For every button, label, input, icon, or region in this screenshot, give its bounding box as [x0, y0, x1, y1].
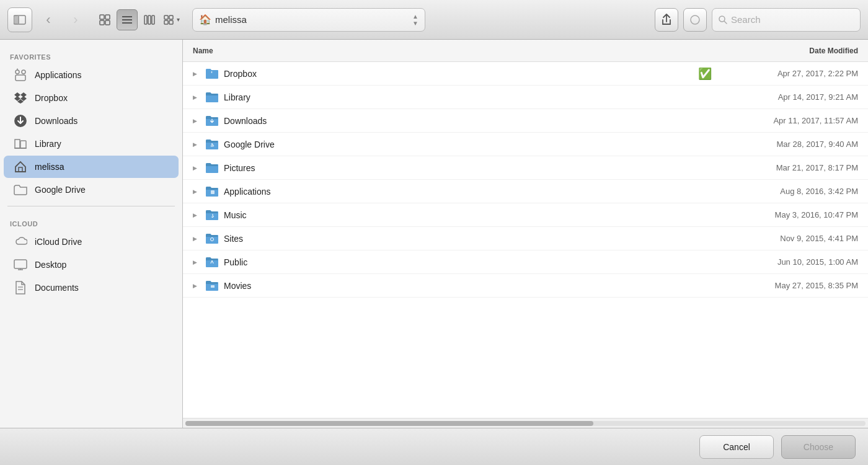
expand-arrow-icon[interactable]: ▶ — [193, 94, 203, 100]
expand-arrow-icon[interactable]: ▶ — [193, 188, 203, 195]
folder-icon — [205, 114, 219, 128]
column-view-button[interactable] — [139, 9, 160, 30]
table-row[interactable]: ▶ LibraryApr 14, 2017, 9:21 AM — [183, 86, 868, 109]
file-date-label: Apr 27, 2017, 2:22 PM — [722, 69, 858, 78]
main-area: Favorites Applications — [0, 40, 868, 428]
expand-arrow-icon[interactable]: ▶ — [193, 141, 203, 148]
file-list: ▶ Dropbox✅Apr 27, 2017, 2:22 PM▶ Library… — [183, 62, 868, 418]
sidebar-item-library[interactable]: Library — [4, 133, 179, 155]
table-row[interactable]: ▶ PicturesMar 21, 2017, 8:17 PM — [183, 156, 868, 180]
table-row[interactable]: ▶ ApplicationsAug 8, 2016, 3:42 PM — [183, 180, 868, 203]
file-name-label: Sites — [224, 234, 712, 244]
table-row[interactable]: ▶ Google DriveMar 28, 2017, 9:40 AM — [183, 133, 868, 156]
table-row[interactable]: ▶ Dropbox✅Apr 27, 2017, 2:22 PM — [183, 62, 868, 86]
sidebar-item-documents[interactable]: Documents — [4, 277, 179, 299]
file-status-badge: ✅ — [698, 67, 712, 81]
expand-arrow-icon[interactable]: ▶ — [193, 165, 203, 171]
applications-label: Applications — [35, 70, 82, 80]
search-box[interactable]: Search — [712, 8, 861, 32]
table-row[interactable]: ▶ PublicJun 10, 2015, 1:00 AM — [183, 250, 868, 274]
sidebar-item-icloud-drive[interactable]: iCloud Drive — [4, 231, 179, 253]
sidebar: Favorites Applications — [0, 40, 183, 428]
cancel-button[interactable]: Cancel — [699, 435, 774, 459]
dropbox-icon — [14, 91, 27, 105]
col-date-header: Date Modified — [722, 46, 858, 55]
location-stepper[interactable]: ▲ ▼ — [412, 13, 418, 27]
expand-arrow-icon[interactable]: ▶ — [193, 212, 203, 218]
svg-point-44 — [211, 260, 213, 262]
file-list-header: Name Date Modified — [183, 40, 868, 62]
expand-arrow-icon[interactable]: ▶ — [193, 283, 203, 289]
sidebar-toggle-button[interactable] — [7, 7, 32, 32]
applications-icon — [14, 68, 27, 82]
expand-arrow-icon[interactable]: ▶ — [193, 71, 203, 77]
sidebar-item-downloads[interactable]: Downloads — [4, 110, 179, 132]
sidebar-item-desktop[interactable]: Desktop — [4, 254, 179, 276]
table-row[interactable]: ▶ DownloadsApr 11, 2017, 11:57 AM — [183, 109, 868, 133]
table-row[interactable]: ▶ SitesNov 9, 2015, 4:41 PM — [183, 227, 868, 250]
folder-icon — [205, 208, 219, 222]
documents-label: Documents — [35, 283, 79, 293]
scroll-thumb[interactable] — [185, 421, 593, 426]
icon-view-button[interactable] — [94, 9, 115, 30]
svg-line-19 — [724, 21, 727, 24]
expand-arrow-icon[interactable]: ▶ — [193, 118, 203, 124]
horizontal-scrollbar[interactable] — [183, 418, 868, 428]
folder-icon — [205, 138, 219, 151]
google-drive-label: Google Drive — [35, 185, 86, 195]
file-date-label: May 3, 2016, 10:47 PM — [722, 210, 858, 219]
green-check-icon: ✅ — [698, 68, 712, 80]
table-row[interactable]: ▶ MusicMay 3, 2016, 10:47 PM — [183, 203, 868, 227]
file-name-label: Downloads — [224, 116, 712, 126]
svg-rect-23 — [16, 75, 25, 81]
file-date-label: Jun 10, 2015, 1:00 AM — [722, 257, 858, 267]
folder-icon — [205, 279, 219, 293]
choose-button[interactable]: Choose — [781, 435, 856, 459]
file-name-label: Dropbox — [224, 69, 698, 79]
icloud-drive-icon — [14, 235, 27, 249]
sidebar-item-dropbox[interactable]: Dropbox — [4, 87, 179, 109]
share-button[interactable] — [655, 8, 678, 32]
location-bar[interactable]: 🏠 melissa ▲ ▼ — [192, 8, 425, 32]
sidebar-item-melissa[interactable]: melissa — [4, 156, 179, 178]
svg-rect-10 — [144, 16, 147, 24]
svg-rect-14 — [169, 16, 173, 19]
file-date-label: Mar 21, 2017, 8:17 PM — [722, 163, 858, 172]
sidebar-item-applications[interactable]: Applications — [4, 64, 179, 86]
svg-rect-11 — [148, 16, 151, 24]
table-row[interactable]: ▶ MoviesMay 27, 2015, 8:35 PM — [183, 274, 868, 298]
file-name-label: Music — [224, 210, 712, 220]
expand-arrow-icon[interactable]: ▶ — [193, 259, 203, 265]
expand-arrow-icon[interactable]: ▶ — [193, 236, 203, 242]
svg-point-20 — [16, 70, 19, 74]
svg-rect-3 — [100, 15, 104, 19]
home-icon: 🏠 — [199, 14, 211, 25]
svg-point-17 — [691, 16, 699, 24]
svg-rect-6 — [105, 20, 110, 25]
file-date-label: Nov 9, 2015, 4:41 PM — [722, 234, 858, 243]
tag-button[interactable] — [683, 8, 707, 32]
back-button[interactable]: ‹ — [37, 9, 60, 31]
file-date-label: Apr 14, 2017, 9:21 AM — [722, 92, 858, 102]
google-drive-folder-icon — [14, 183, 27, 197]
forward-button[interactable]: › — [64, 9, 87, 31]
icloud-drive-label: iCloud Drive — [35, 237, 82, 247]
svg-rect-15 — [164, 20, 168, 24]
file-date-label: Mar 28, 2017, 9:40 AM — [722, 140, 858, 149]
gallery-view-button[interactable]: ▾ — [161, 9, 182, 30]
file-name-label: Public — [224, 257, 712, 267]
sidebar-divider-icloud — [7, 206, 175, 206]
svg-rect-45 — [211, 285, 215, 288]
melissa-label: melissa — [35, 162, 64, 172]
sidebar-item-google-drive[interactable]: Google Drive — [4, 179, 179, 201]
location-name: melissa — [215, 14, 247, 25]
list-view-button[interactable] — [117, 9, 138, 30]
toolbar: ‹ › — [0, 0, 868, 40]
documents-icon — [14, 281, 27, 294]
folder-icon — [205, 161, 219, 175]
svg-rect-4 — [105, 15, 110, 19]
svg-rect-35 — [14, 260, 27, 268]
scroll-track[interactable] — [185, 421, 866, 426]
col-name-header: Name — [193, 46, 722, 55]
search-icon — [719, 16, 727, 24]
